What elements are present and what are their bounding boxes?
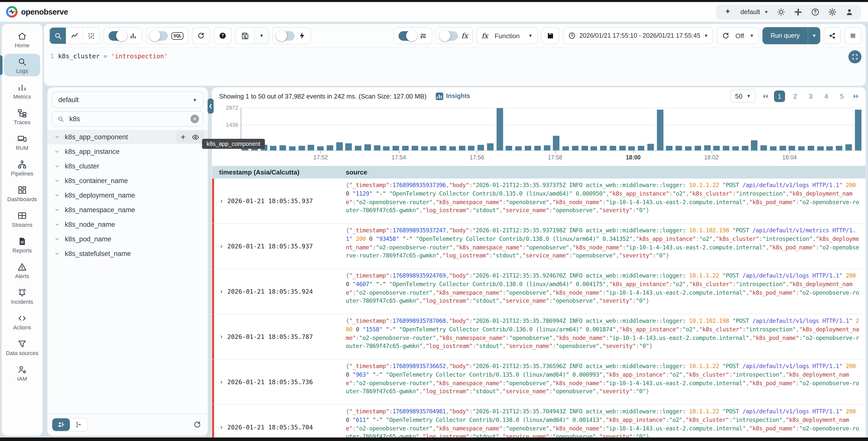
editor-fullscreen-button[interactable]	[848, 50, 862, 63]
sidebar-item-reports[interactable]: Reports	[4, 233, 40, 256]
save-function-button[interactable]	[541, 27, 559, 44]
sidebar-item-logs[interactable]: Logs	[4, 54, 40, 77]
sidebar-item-alerts[interactable]: Alerts	[4, 259, 40, 282]
window-edge-top	[0, 0, 868, 2]
sidebar-item-rum[interactable]: RUM	[4, 131, 40, 153]
stream-selector[interactable]: default ▼	[52, 91, 204, 108]
sparkle-ai-icon[interactable]	[723, 7, 732, 16]
timestamp-column-header[interactable]: timestamp (Asia/Calcutta)	[212, 169, 346, 176]
log-row[interactable]: ›2026-01-21 18:05:35.704{"_timestamp":17…	[212, 405, 866, 438]
log-row-timestamp-cell: ›2026-01-21 18:05:35.937	[214, 224, 346, 268]
theme-sun-icon[interactable]	[777, 7, 785, 16]
query-help-button[interactable]	[214, 27, 232, 44]
field-item-label: k8s_namespace_name	[65, 206, 135, 214]
expand-row-icon[interactable]: ›	[220, 378, 223, 386]
histogram-bar	[364, 144, 371, 150]
sidebar-item-home[interactable]: Home	[4, 28, 40, 51]
expand-row-icon[interactable]: ›	[220, 423, 223, 431]
more-menu-button[interactable]	[844, 27, 862, 44]
page-button-4[interactable]: 4	[821, 90, 832, 102]
sidebar-item-actions[interactable]: Actions	[4, 310, 40, 333]
expand-row-icon[interactable]: ›	[220, 242, 223, 250]
log-row[interactable]: ›2026-01-21 18:05:35.924{"_timestamp":17…	[212, 269, 866, 314]
field-item-label: k8s_app_component	[65, 133, 128, 141]
histogram-toggle[interactable]	[108, 31, 126, 40]
run-query-dropdown[interactable]: ▼	[808, 27, 820, 44]
histogram-bar	[742, 146, 748, 150]
field-item-k8s_pod_name[interactable]: k8s_pod_name	[48, 232, 208, 246]
sql-mode-toggle[interactable]	[151, 31, 168, 40]
sidebar-item-dashboards[interactable]: Dashboards	[4, 182, 40, 205]
function-dropdown[interactable]: fx Function ▼	[476, 27, 538, 44]
chart-mode-button[interactable]	[66, 28, 83, 44]
fx-editor-toggle[interactable]	[441, 31, 458, 40]
user-fields-view-button[interactable]	[52, 418, 70, 431]
page-button-2[interactable]: 2	[789, 90, 801, 102]
sidebar-item-iam[interactable]: IAM	[4, 361, 40, 384]
expand-row-icon[interactable]: ›	[220, 197, 223, 205]
org-selector[interactable]: default ▼	[740, 8, 769, 16]
date-range-picker[interactable]: 2026/01/21 17:55:10 - 2026/01/21 17:55:4…	[563, 27, 713, 44]
results-panel: Showing 1 to 50 out of 37,982 events in …	[212, 88, 866, 438]
gear-icon[interactable]	[828, 7, 837, 16]
share-button[interactable]	[824, 27, 841, 44]
saved-search-button[interactable]	[236, 28, 254, 44]
sidebar-item-metrics[interactable]: Metrics	[4, 80, 40, 102]
source-column-header[interactable]: source	[346, 169, 866, 176]
sidebar-item-traces[interactable]: Traces	[4, 105, 40, 128]
collapse-fields-panel-button[interactable]: ❮	[208, 98, 214, 114]
page-size-select[interactable]: 50 ▼	[730, 89, 756, 102]
page-button-5[interactable]: 5	[836, 90, 847, 102]
user-avatar-icon[interactable]	[845, 7, 854, 16]
add-field-icon[interactable]: +	[181, 133, 185, 141]
chevron-down-icon	[54, 192, 60, 199]
slack-icon[interactable]	[794, 7, 803, 16]
log-row[interactable]: ›2026-01-21 18:05:35.937{"_timestamp":17…	[212, 178, 866, 224]
log-row[interactable]: ›2026-01-21 18:05:35.736{"_timestamp":17…	[212, 359, 866, 405]
last-page-icon[interactable]	[852, 92, 861, 100]
query-editor[interactable]: 1k8s_cluster = 'introspection'	[44, 47, 866, 85]
first-page-icon[interactable]	[761, 92, 770, 100]
field-item-k8s_statefulset_name[interactable]: k8s_statefulset_name	[48, 246, 208, 261]
refresh-fields-icon[interactable]	[193, 420, 202, 429]
reset-filters-button[interactable]	[192, 27, 210, 44]
sidebar-item-streams[interactable]: Streams	[4, 208, 40, 230]
field-item-k8s_namespace_name[interactable]: k8s_namespace_name	[48, 203, 208, 217]
sidebar-item-pipelines[interactable]: Pipelines	[4, 156, 40, 179]
run-query-button[interactable]: Run query	[763, 27, 808, 44]
chevron-down-icon	[54, 221, 60, 228]
field-item-k8s_app_instance[interactable]: k8s_app_instance	[48, 144, 208, 159]
field-search-input[interactable]	[68, 115, 186, 123]
page-button-3[interactable]: 3	[805, 90, 816, 102]
sidebar-item-label: Home	[15, 42, 30, 48]
clear-search-icon[interactable]: ✕	[190, 115, 199, 123]
help-icon[interactable]	[811, 7, 820, 16]
schema-fields-view-button[interactable]	[70, 418, 88, 431]
results-summary: Showing 1 to 50 out of 37,982 events in …	[219, 92, 427, 100]
sidebar-item-data-sources[interactable]: Data sources	[4, 336, 40, 358]
auto-refresh-dropdown[interactable]: Off ▼	[717, 27, 759, 44]
field-item-k8s_container_name[interactable]: k8s_container_name	[48, 174, 208, 188]
eye-icon[interactable]	[191, 133, 199, 141]
field-item-k8s_node_name[interactable]: k8s_node_name	[48, 217, 208, 232]
insights-link[interactable]: Insights	[435, 92, 470, 100]
histogram-bar	[421, 146, 428, 150]
wrap-lines-toggle[interactable]	[399, 31, 416, 40]
reset-icon	[197, 32, 205, 40]
field-item-k8s_cluster[interactable]: k8s_cluster	[48, 159, 208, 174]
quick-mode-toggle[interactable]	[278, 31, 295, 40]
search-mode-button[interactable]	[50, 28, 66, 44]
expand-row-icon[interactable]: ›	[220, 333, 223, 341]
field-item-k8s_deployment_name[interactable]: k8s_deployment_name	[48, 188, 208, 203]
page-button-1[interactable]: 1	[774, 90, 785, 102]
sidebar-item-incidents[interactable]: Incidents	[4, 285, 40, 307]
saved-search-dropdown[interactable]: ▼	[254, 28, 269, 44]
log-row[interactable]: ›2026-01-21 18:05:35.787{"_timestamp":17…	[212, 314, 866, 359]
auto-refresh-value: Off	[734, 32, 746, 39]
expand-row-icon[interactable]: ›	[220, 288, 223, 295]
visualize-mode-button[interactable]	[83, 28, 99, 44]
log-row[interactable]: ›2026-01-21 18:05:35.937{"_timestamp":17…	[212, 224, 866, 269]
histogram-bar	[459, 146, 465, 150]
histogram-bar	[544, 145, 550, 150]
field-item-k8s_app_component[interactable]: k8s_app_component+	[48, 130, 208, 144]
